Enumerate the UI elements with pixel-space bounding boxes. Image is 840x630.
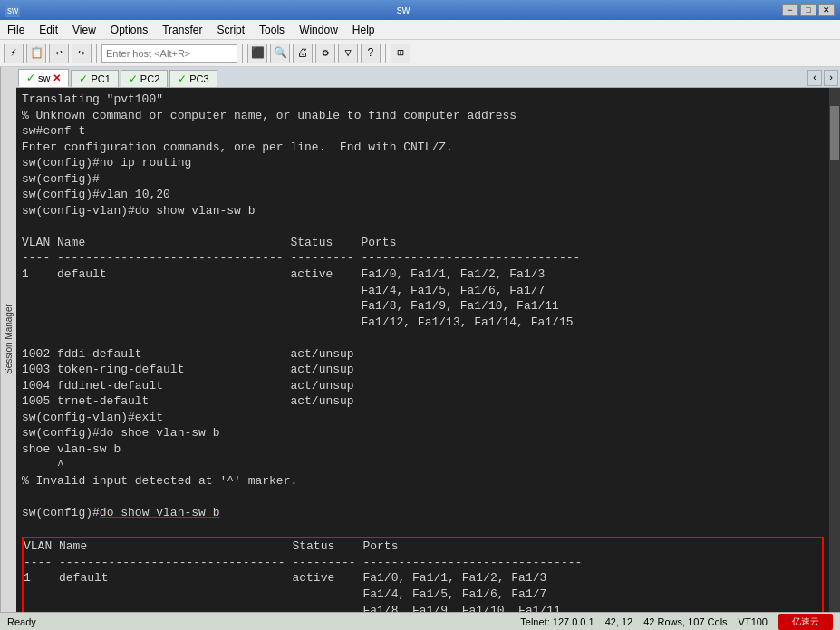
toolbar-new[interactable]: 📋 bbox=[26, 44, 46, 63]
tab-label-pc1: PC1 bbox=[91, 73, 110, 84]
toolbar-sep-3 bbox=[385, 44, 386, 63]
terminal-line: sw(config)#no ip routing bbox=[22, 155, 824, 171]
terminal-line: sw(config)#do show vlan-sw b bbox=[22, 505, 824, 521]
tabs-bar: ✓ sw ✕ ✓ PC1 ✓ PC2 ✓ PC3 ‹ › bbox=[16, 67, 840, 88]
menu-bar: File Edit View Options Transfer Script T… bbox=[0, 20, 840, 40]
main-content: Session Manager ✓ sw ✕ ✓ PC1 ✓ PC2 ✓ PC3 bbox=[0, 67, 840, 612]
toolbar: ⚡ 📋 ↩ ↪ ⬛ 🔍 🖨 ⚙ ▽ ? ⊞ bbox=[0, 40, 840, 67]
toolbar-btn-d[interactable]: ⚙ bbox=[315, 44, 335, 63]
terminal-line: sw(config-vlan)#do show vlan-sw b bbox=[22, 203, 824, 219]
terminal-line: VLAN Name Status Ports bbox=[24, 538, 822, 555]
terminal-line: Fa1/8, Fa1/9, Fa1/10, Fa1/11 bbox=[24, 603, 822, 613]
vlan-table-highlight-box: VLAN Name Status Ports---- -------------… bbox=[22, 537, 824, 612]
terminal-line: Fa1/8, Fa1/9, Fa1/10, Fa1/11 bbox=[22, 298, 824, 315]
toolbar-btn-b[interactable]: 🔍 bbox=[270, 44, 290, 63]
terminal-line: 1 default active Fa1/0, Fa1/1, Fa1/2, Fa… bbox=[24, 570, 822, 586]
toolbar-properties[interactable]: ↪ bbox=[72, 44, 92, 63]
title-bar: sw sw − □ ✕ bbox=[0, 0, 840, 20]
minimize-button[interactable]: − bbox=[782, 4, 798, 16]
terminal[interactable]: Translating "pvt100"% Unknown command or… bbox=[16, 88, 829, 612]
terminal-line bbox=[22, 218, 824, 235]
tab-label-sw: sw bbox=[38, 73, 50, 83]
toolbar-btn-a[interactable]: ⬛ bbox=[247, 44, 267, 63]
title-buttons: − □ ✕ bbox=[782, 4, 835, 16]
tab-close-sw[interactable]: ✕ bbox=[53, 73, 61, 84]
toolbar-connect[interactable]: ⚡ bbox=[4, 44, 24, 63]
status-right: Telnet: 127.0.0.1 42, 12 42 Rows, 107 Co… bbox=[520, 614, 833, 630]
terminal-line: Fa1/12, Fa1/13, Fa1/14, Fa1/15 bbox=[22, 315, 824, 331]
terminal-line bbox=[22, 489, 824, 506]
terminal-line: 1004 fddinet-default act/unsup bbox=[22, 378, 824, 394]
terminal-wrapper: Translating "pvt100"% Unknown command or… bbox=[16, 88, 840, 612]
menu-window[interactable]: Window bbox=[292, 22, 345, 38]
menu-script[interactable]: Script bbox=[209, 22, 252, 38]
session-manager[interactable]: Session Manager bbox=[0, 67, 16, 612]
terminal-line bbox=[22, 330, 824, 346]
terminal-line: 1003 token-ring-default act/unsup bbox=[22, 362, 824, 378]
terminal-line bbox=[22, 521, 824, 538]
toolbar-btn-c[interactable]: 🖨 bbox=[293, 44, 313, 63]
tab-sw[interactable]: ✓ sw ✕ bbox=[18, 69, 69, 87]
terminal-line: sw(config-vlan)#exit bbox=[22, 410, 824, 426]
menu-tools[interactable]: Tools bbox=[252, 22, 292, 38]
tab-check-pc2: ✓ bbox=[129, 73, 138, 85]
menu-file[interactable]: File bbox=[0, 22, 32, 38]
terminal-line: ---- -------------------------------- --… bbox=[24, 555, 822, 571]
host-input[interactable] bbox=[101, 44, 237, 63]
terminal-line: 1 default active Fa1/0, Fa1/1, Fa1/2, Fa… bbox=[22, 267, 824, 283]
tab-pc1[interactable]: ✓ PC1 bbox=[71, 70, 118, 87]
tab-check-pc1: ✓ bbox=[79, 73, 88, 85]
terminal-line: Translating "pvt100" bbox=[22, 92, 824, 108]
scrollbar-track[interactable] bbox=[829, 88, 840, 612]
terminal-line: ---- -------------------------------- --… bbox=[22, 250, 824, 267]
tabs-nav-right[interactable]: › bbox=[824, 70, 838, 86]
tab-check-pc3: ✓ bbox=[178, 73, 187, 85]
tab-check-sw: ✓ bbox=[26, 72, 35, 84]
menu-help[interactable]: Help bbox=[345, 22, 382, 38]
status-terminal: VT100 bbox=[739, 616, 768, 627]
toolbar-btn-f[interactable]: ? bbox=[361, 44, 381, 63]
tabs-nav-left[interactable]: ‹ bbox=[807, 70, 822, 86]
terminal-line: Fa1/4, Fa1/5, Fa1/6, Fa1/7 bbox=[22, 283, 824, 299]
close-button[interactable]: ✕ bbox=[818, 4, 835, 16]
toolbar-open[interactable]: ↩ bbox=[49, 44, 69, 63]
status-connection: Telnet: 127.0.0.1 bbox=[520, 616, 594, 627]
terminal-line: Fa1/4, Fa1/5, Fa1/6, Fa1/7 bbox=[24, 586, 822, 603]
status-logo: 亿速云 bbox=[778, 614, 833, 630]
terminal-line: sw(config)#vlan 10,20 bbox=[22, 187, 824, 203]
toolbar-sep-2 bbox=[242, 44, 243, 63]
scrollbar-thumb[interactable] bbox=[830, 106, 839, 160]
tab-pc2[interactable]: ✓ PC2 bbox=[121, 70, 168, 87]
tab-label-pc3: PC3 bbox=[189, 73, 208, 84]
status-bar: Ready Telnet: 127.0.0.1 42, 12 42 Rows, … bbox=[0, 612, 840, 630]
terminal-line: sw(config)#do shoe vlan-sw b bbox=[22, 425, 824, 441]
toolbar-sep-1 bbox=[96, 44, 97, 63]
toolbar-btn-e[interactable]: ▽ bbox=[338, 44, 358, 63]
title-text: sw bbox=[24, 4, 782, 16]
tab-pc3[interactable]: ✓ PC3 bbox=[169, 70, 217, 87]
tab-label-pc2: PC2 bbox=[140, 73, 159, 84]
menu-view[interactable]: View bbox=[65, 22, 103, 38]
tabs-nav: ‹ › bbox=[807, 70, 838, 86]
terminal-line: ^ bbox=[22, 458, 824, 474]
terminal-line: Enter configuration commands, one per li… bbox=[22, 140, 824, 156]
title-icon: sw bbox=[5, 3, 20, 17]
status-ready: Ready bbox=[7, 616, 36, 627]
terminal-line: sw#conf t bbox=[22, 123, 824, 140]
terminal-line: VLAN Name Status Ports bbox=[22, 235, 824, 251]
terminal-line: 1002 fddi-default act/unsup bbox=[22, 346, 824, 363]
menu-options[interactable]: Options bbox=[103, 22, 155, 38]
terminal-line: shoe vlan-sw b bbox=[22, 441, 824, 458]
terminal-line: sw(config)# bbox=[22, 171, 824, 188]
toolbar-btn-g[interactable]: ⊞ bbox=[391, 44, 410, 63]
terminal-line: 1005 trnet-default act/unsup bbox=[22, 393, 824, 410]
terminal-line: % Unknown command or computer name, or u… bbox=[22, 108, 824, 124]
status-dimensions: 42 Rows, 107 Cols bbox=[643, 616, 727, 627]
terminal-line: % Invalid input detected at '^' marker. bbox=[22, 473, 824, 489]
menu-transfer[interactable]: Transfer bbox=[155, 22, 209, 38]
terminal-area: ✓ sw ✕ ✓ PC1 ✓ PC2 ✓ PC3 ‹ › Transl bbox=[16, 67, 840, 612]
restore-button[interactable]: □ bbox=[800, 4, 816, 16]
status-position: 42, 12 bbox=[605, 616, 633, 627]
menu-edit[interactable]: Edit bbox=[32, 22, 65, 38]
